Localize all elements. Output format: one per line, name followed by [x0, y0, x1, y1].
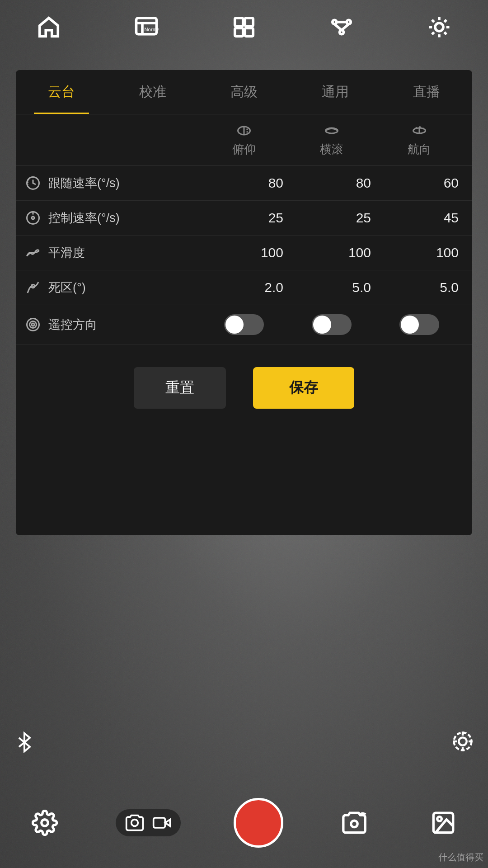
svg-rect-6 [235, 28, 243, 36]
svg-point-43 [131, 820, 138, 826]
toggle-pitch-cell [200, 314, 288, 335]
bottom-toolbar [0, 778, 488, 868]
col-yaw-label: 航向 [408, 142, 431, 157]
svg-line-22 [432, 32, 434, 34]
svg-text:Normal: Normal [145, 27, 159, 32]
svg-point-35 [32, 323, 34, 326]
dashboard-icon[interactable] [228, 11, 260, 43]
tab-tongyong[interactable]: 通用 [290, 70, 381, 114]
svg-point-34 [30, 321, 37, 328]
col-pitch-label: 俯仰 [232, 142, 256, 157]
spacer [16, 436, 472, 535]
svg-point-37 [459, 737, 466, 745]
follow-speed-roll[interactable]: 80 [288, 175, 375, 191]
photo-icon [125, 813, 145, 833]
svg-line-13 [342, 24, 349, 30]
svg-line-21 [444, 20, 446, 22]
filter-icon[interactable] [326, 11, 357, 43]
table-row-control-speed: 控制速率(°/s) 25 25 45 [16, 201, 472, 236]
col-yaw: 航向 [375, 123, 463, 157]
toggle-roll-cell [288, 314, 375, 335]
top-toolbar: Normal [0, 0, 488, 54]
deadzone-roll[interactable]: 5.0 [288, 280, 375, 295]
svg-point-14 [435, 23, 443, 31]
tabs: 云台 校准 高级 通用 直播 [16, 70, 472, 114]
svg-rect-7 [245, 28, 253, 36]
toggle-roll[interactable] [312, 314, 352, 335]
smoothness-yaw[interactable]: 100 [375, 245, 463, 260]
tab-yunpan[interactable]: 云台 [16, 70, 107, 114]
deadzone-yaw[interactable]: 5.0 [375, 280, 463, 295]
target-icon[interactable] [451, 730, 474, 755]
toggle-yaw-knob [401, 316, 419, 334]
watermark: 什么值得买 [438, 851, 483, 863]
normal-mode-icon[interactable]: Normal [131, 11, 162, 43]
svg-point-45 [351, 821, 358, 827]
bluetooth-icon[interactable] [14, 731, 35, 755]
main-panel: 云台 校准 高级 通用 直播 俯仰 横滚 [16, 70, 472, 535]
camera-mode-selector[interactable] [116, 809, 181, 836]
gallery-icon[interactable] [425, 805, 461, 841]
control-speed-pitch[interactable]: 25 [200, 210, 288, 226]
remote-camera-icon[interactable] [336, 805, 372, 841]
toggle-yaw[interactable] [399, 314, 439, 335]
table-header: 俯仰 横滚 航向 [16, 114, 472, 166]
svg-point-8 [333, 20, 337, 24]
svg-point-9 [347, 20, 351, 24]
svg-point-47 [437, 817, 442, 821]
record-button[interactable] [234, 798, 283, 848]
control-speed-roll[interactable]: 25 [288, 210, 375, 226]
toggle-pitch-knob [225, 316, 244, 334]
table-row-deadzone: 死区(°) 2.0 5.0 5.0 [16, 270, 472, 305]
svg-rect-44 [153, 818, 165, 828]
home-icon[interactable] [33, 11, 65, 43]
smoothness-roll[interactable]: 100 [288, 245, 375, 260]
svg-point-10 [340, 30, 344, 34]
follow-speed-label: 跟随速率(°/s) [25, 175, 200, 191]
follow-speed-yaw[interactable]: 60 [375, 175, 463, 191]
svg-rect-4 [235, 18, 243, 26]
settings-icon[interactable] [27, 805, 63, 841]
rc-direction-label: 遥控方向 [25, 316, 200, 333]
svg-point-33 [27, 319, 39, 331]
table-row-rc-direction: 遥控方向 [16, 305, 472, 344]
table-row-smoothness: 平滑度 100 100 100 [16, 236, 472, 270]
smoothness-pitch[interactable]: 100 [200, 245, 288, 260]
control-speed-label: 控制速率(°/s) [25, 210, 200, 226]
svg-line-20 [444, 32, 446, 34]
deadzone-label: 死区(°) [25, 279, 200, 296]
svg-line-19 [432, 20, 434, 22]
table-row-follow-speed: 跟随速率(°/s) 80 80 60 [16, 166, 472, 201]
control-speed-yaw[interactable]: 45 [375, 210, 463, 226]
col-roll: 横滚 [288, 123, 375, 157]
tab-jiaozhun[interactable]: 校准 [107, 70, 198, 114]
col-roll-label: 横滚 [320, 142, 343, 157]
toggle-roll-knob [313, 316, 331, 334]
tab-zhibo[interactable]: 直播 [381, 70, 472, 114]
deadzone-pitch[interactable]: 2.0 [200, 280, 288, 295]
svg-line-12 [334, 24, 342, 30]
video-icon [152, 813, 172, 833]
svg-point-42 [41, 820, 48, 826]
follow-speed-pitch[interactable]: 80 [200, 175, 288, 191]
brightness-icon[interactable] [423, 11, 455, 43]
action-buttons: 重置 保存 [16, 344, 472, 436]
toggle-pitch[interactable] [224, 314, 264, 335]
smoothness-label: 平滑度 [25, 245, 200, 261]
tab-gaoji[interactable]: 高级 [198, 70, 290, 114]
toggle-yaw-cell [375, 314, 463, 335]
save-button[interactable]: 保存 [253, 367, 354, 409]
col-pitch: 俯仰 [200, 123, 288, 157]
svg-point-30 [32, 217, 34, 219]
reset-button[interactable]: 重置 [134, 367, 226, 409]
svg-rect-5 [245, 18, 253, 26]
